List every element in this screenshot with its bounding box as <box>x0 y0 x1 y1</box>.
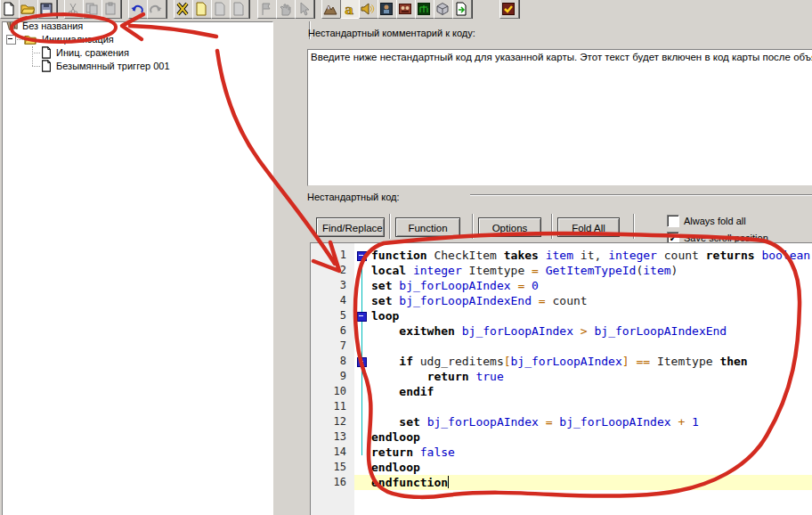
code-section-groove <box>470 194 812 196</box>
toolbar-button-import-manager[interactable] <box>452 0 472 19</box>
code-line[interactable]: 5loop <box>311 308 812 323</box>
code-line[interactable]: 8 if udg_reditems[bj_forLoopAIndex] == I… <box>311 354 812 369</box>
checkbox-label: Always fold all <box>684 215 746 227</box>
code-line[interactable]: 12 set bj_forLoopAIndex = bj_forLoopAInd… <box>311 414 812 429</box>
tree-item-label: Без названия <box>22 21 83 33</box>
toolbar-button-undo[interactable] <box>128 0 148 19</box>
toolbar-separator <box>551 214 553 239</box>
line-number: 13 <box>311 429 346 445</box>
toolbar-button-open-map[interactable] <box>19 0 38 19</box>
svg-text:a: a <box>345 2 353 16</box>
code-editor[interactable]: 1function CheckItem takes item it, integ… <box>310 242 812 515</box>
toolbar-button-new-trigger[interactable] <box>192 0 212 19</box>
tree-connector-line <box>32 53 40 54</box>
toolbar-button-ai-editor[interactable] <box>415 0 434 19</box>
main-toolbar: a <box>0 0 812 19</box>
code-line[interactable]: 15endloop <box>311 460 812 475</box>
code-line-text: endloop <box>371 460 420 475</box>
comment-section-label: Нестандартный комментарий к коду: <box>308 28 475 39</box>
code-line-text: endif <box>371 384 434 399</box>
toolbar-separator <box>389 214 391 239</box>
toolbar-button-delete[interactable] <box>174 0 193 19</box>
fold-all-button[interactable]: Fold All <box>557 217 620 237</box>
code-line-text: set bj_forLoopAIndex = bj_forLoopAIndex … <box>371 414 699 429</box>
line-number: 2 <box>311 263 346 278</box>
checkbox-icon[interactable] <box>667 215 679 227</box>
line-number: 4 <box>311 293 346 308</box>
folder-icon <box>24 33 37 49</box>
fold-marker-icon[interactable] <box>357 312 367 322</box>
line-number: 16 <box>311 475 346 490</box>
tree-connector-line <box>15 39 23 41</box>
toolbar-button-new-map[interactable] <box>0 0 20 19</box>
trigger-tree-panel[interactable]: Без названияИнициализацияИниц. сраженияБ… <box>2 21 273 515</box>
function-list-button[interactable]: Function List <box>395 217 460 237</box>
code-line[interactable]: 16endfunction <box>311 475 812 490</box>
code-line-text: exitwhen bj_forLoopAIndex > bj_forLoopAI… <box>371 323 727 339</box>
line-number: 12 <box>311 414 346 429</box>
comment-textarea[interactable]: Введите ниже нестандартный код для указа… <box>307 49 812 186</box>
line-number: 11 <box>311 399 346 414</box>
tree-connector-line <box>32 66 40 68</box>
fold-marker-icon[interactable] <box>357 251 367 261</box>
code-line[interactable]: 1function CheckItem takes item it, integ… <box>311 248 812 263</box>
code-line[interactable]: 6 exitwhen bj_forLoopAIndex > bj_forLoop… <box>311 323 812 339</box>
code-line[interactable]: 3set bj_forLoopAIndex = 0 <box>311 278 812 293</box>
line-number: 7 <box>311 339 346 354</box>
line-number: 1 <box>311 248 346 263</box>
tree-connector-line <box>32 46 34 66</box>
code-line[interactable]: 9 return true <box>311 369 812 384</box>
line-number: 10 <box>311 384 346 399</box>
find-replace-button[interactable]: Find/Replace <box>316 217 385 237</box>
toolbar-button-save-map[interactable] <box>37 0 57 19</box>
toolbar-button-trigger-editor[interactable]: a <box>340 0 360 19</box>
line-number: 6 <box>311 323 346 339</box>
world-editor-trigger-window: { "colors":{ "chrome":"#D6D3CE","annotat… <box>0 0 812 515</box>
tree-item-label: Безымянный триггер 001 <box>56 60 170 73</box>
toolbar-button-copy <box>83 0 102 19</box>
options-button[interactable]: Options <box>478 217 541 237</box>
map-icon <box>6 21 19 36</box>
code-line[interactable]: 7 <box>311 339 812 354</box>
line-number: 15 <box>311 460 346 475</box>
code-line-text: endfunction <box>371 475 449 490</box>
toolbar-button-test-map[interactable] <box>499 0 519 19</box>
text-cursor <box>448 476 449 488</box>
line-number: 14 <box>311 445 346 460</box>
code-line-text: endloop <box>371 429 420 445</box>
toolbar-button-object-manager[interactable] <box>434 0 453 19</box>
line-number: 3 <box>311 278 346 293</box>
code-line-text: function CheckItem takes item it, intege… <box>371 248 810 263</box>
toolbar-button-cut <box>64 0 84 19</box>
code-line-text: local integer Itemtype = GetItemTypeId(i… <box>371 263 678 278</box>
toolbar-button-new-category <box>230 0 249 19</box>
toolbar-button-redo <box>147 0 166 19</box>
code-line[interactable]: 11 <box>311 399 812 414</box>
toolbar-button-new-event <box>257 0 277 19</box>
toolbar-button-object-editor[interactable] <box>378 0 397 19</box>
toolbar-separator <box>633 214 635 239</box>
toolbar-button-campaign-editor[interactable] <box>396 0 416 19</box>
toolbar-button-new-action <box>295 0 314 19</box>
code-line[interactable]: 2local integer Itemtype = GetItemTypeId(… <box>311 263 812 278</box>
code-section-label: Нестандартный код: <box>307 192 400 203</box>
toolbar-button-new-condition <box>276 0 296 19</box>
code-line[interactable]: 14return false <box>311 445 812 460</box>
fold-marker-icon[interactable] <box>357 357 367 367</box>
code-line[interactable]: 13endloop <box>311 429 812 445</box>
tree-item-label: Иниц. сражения <box>56 46 129 60</box>
code-line-text: return true <box>371 369 504 384</box>
doc-icon <box>40 60 53 76</box>
code-line[interactable]: 10 endif <box>311 384 812 399</box>
toolbar-button-sound-editor[interactable] <box>359 0 378 19</box>
code-line-text: if udg_reditems[bj_forLoopAIndex] == Ite… <box>371 354 748 369</box>
toolbar-separator <box>472 214 474 239</box>
toolbar-button-paste <box>102 0 121 19</box>
code-line-text: set bj_forLoopAIndexEnd = count <box>371 293 588 308</box>
toolbar-button-new-comment <box>211 0 231 19</box>
code-line-text: loop <box>371 308 399 323</box>
tree-item-label: Инициализация <box>42 33 114 46</box>
code-line[interactable]: 4set bj_forLoopAIndexEnd = count <box>311 293 812 308</box>
toolbar-button-terrain-editor[interactable] <box>321 0 341 19</box>
line-number: 9 <box>311 369 346 384</box>
